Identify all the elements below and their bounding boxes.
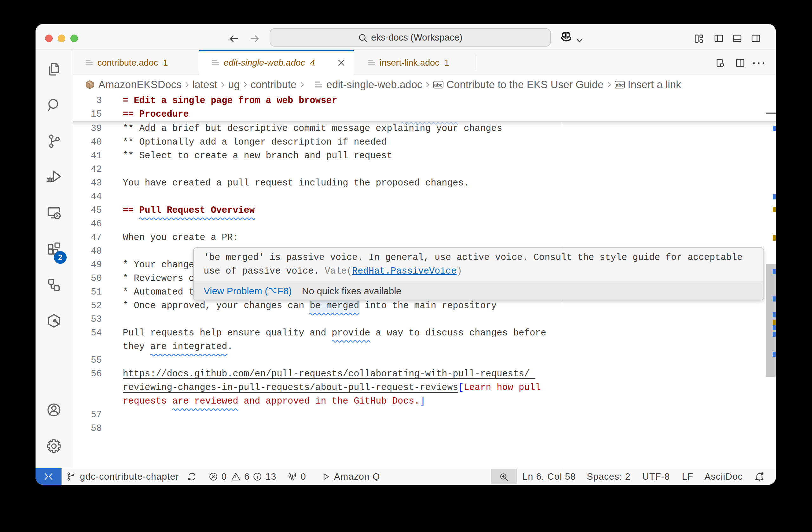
svg-text:abc: abc [616,82,624,88]
svg-text:abc: abc [435,82,443,88]
